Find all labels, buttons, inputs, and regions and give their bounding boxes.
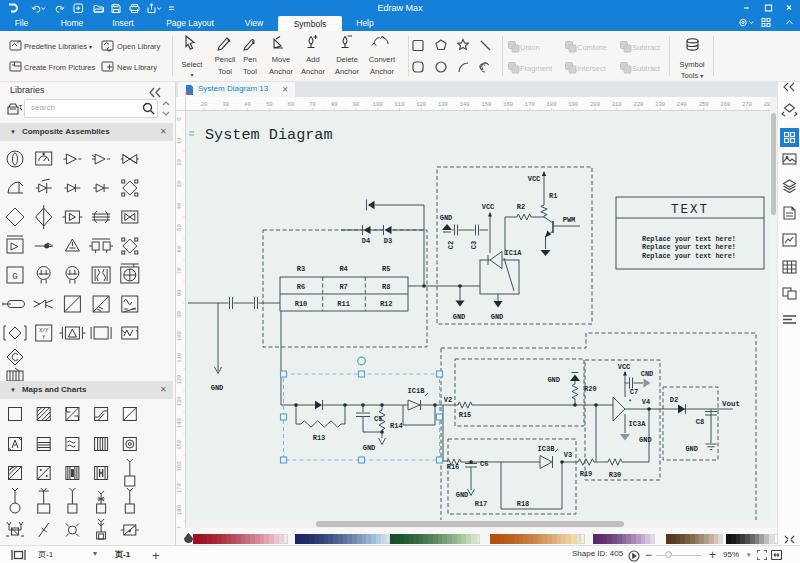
svg-text:150: 150 — [481, 101, 491, 108]
svg-text:90: 90 — [353, 101, 360, 108]
svg-text:R14: R14 — [390, 422, 403, 430]
svg-text:IC3A: IC3A — [629, 420, 647, 428]
svg-text:R20: R20 — [584, 385, 597, 393]
svg-text:220: 220 — [633, 101, 643, 108]
svg-text:40: 40 — [176, 203, 183, 210]
svg-text:Replace your text here!: Replace your text here! — [642, 243, 736, 251]
svg-text:R30: R30 — [609, 471, 622, 479]
svg-text:D2: D2 — [670, 396, 678, 404]
svg-text:C3: C3 — [470, 241, 478, 249]
svg-text:260: 260 — [720, 101, 730, 108]
svg-text:120: 120 — [176, 375, 183, 385]
svg-text:60: 60 — [288, 101, 295, 108]
svg-text:R6: R6 — [297, 283, 305, 291]
svg-text:GND: GND — [685, 445, 698, 453]
svg-text:GND: GND — [547, 376, 560, 384]
svg-text:240: 240 — [677, 101, 687, 108]
svg-text:C7: C7 — [630, 388, 638, 396]
svg-text:D3: D3 — [384, 237, 392, 245]
svg-text:130: 130 — [176, 396, 183, 406]
svg-text:R2: R2 — [517, 203, 525, 211]
svg-text:GND: GND — [363, 444, 376, 452]
svg-text:G: G — [12, 272, 17, 282]
svg-text:R7: R7 — [339, 283, 347, 291]
svg-text:R11: R11 — [337, 300, 350, 308]
svg-text:CND: CND — [641, 370, 654, 378]
svg-text:IC3B: IC3B — [538, 445, 556, 453]
svg-text:D4: D4 — [362, 237, 370, 245]
svg-text:GND: GND — [491, 313, 504, 321]
svg-text:IC1B: IC1B — [408, 387, 426, 395]
svg-text:20: 20 — [201, 101, 208, 108]
svg-text:210: 210 — [612, 101, 622, 108]
svg-text:R15: R15 — [459, 411, 472, 419]
svg-text:R16: R16 — [447, 463, 460, 471]
svg-text:30: 30 — [176, 181, 183, 188]
svg-text:170: 170 — [176, 483, 183, 493]
svg-text:C8: C8 — [696, 418, 704, 426]
svg-text:50: 50 — [176, 224, 183, 231]
svg-text:160: 160 — [176, 462, 183, 472]
svg-text:TEXT: TEXT — [671, 203, 709, 217]
svg-text:250: 250 — [699, 101, 709, 108]
svg-text:230: 230 — [655, 101, 665, 108]
svg-text:R13: R13 — [313, 434, 326, 442]
svg-text:Replace your text here!: Replace your text here! — [642, 252, 736, 260]
svg-text:130: 130 — [438, 101, 448, 108]
svg-text:C2: C2 — [447, 241, 455, 249]
svg-text:C6: C6 — [480, 460, 488, 468]
svg-text:190: 190 — [568, 101, 578, 108]
svg-text:100: 100 — [176, 331, 183, 341]
svg-text:150: 150 — [176, 440, 183, 450]
svg-text:R5: R5 — [382, 265, 390, 273]
svg-text:R17: R17 — [475, 500, 488, 508]
svg-text:R10: R10 — [295, 300, 308, 308]
svg-text:160: 160 — [503, 101, 513, 108]
svg-text:20: 20 — [176, 159, 183, 166]
svg-text:V3: V3 — [564, 451, 572, 459]
svg-text:Y: Y — [42, 335, 45, 341]
svg-text:VCC: VCC — [482, 203, 495, 211]
svg-text:GND: GND — [456, 491, 469, 499]
svg-text:50: 50 — [266, 101, 273, 108]
svg-text:GND: GND — [639, 436, 652, 444]
svg-text:R18: R18 — [517, 500, 530, 508]
svg-text:110: 110 — [395, 101, 405, 108]
svg-text:C5: C5 — [374, 415, 382, 423]
svg-text:140: 140 — [460, 101, 470, 108]
svg-text:R8: R8 — [382, 283, 390, 291]
svg-text:80: 80 — [331, 101, 338, 108]
svg-text:70: 70 — [309, 101, 316, 108]
svg-text:110: 110 — [176, 353, 183, 363]
svg-text:0: 0 — [176, 117, 183, 120]
svg-text:10: 10 — [176, 137, 183, 144]
svg-text:GND: GND — [211, 384, 224, 392]
svg-text:GND: GND — [440, 214, 453, 222]
svg-text:*: * — [628, 398, 632, 406]
svg-text:60: 60 — [176, 246, 183, 253]
svg-text:V4: V4 — [642, 398, 650, 406]
svg-text:170: 170 — [525, 101, 535, 108]
svg-text:270: 270 — [742, 101, 752, 108]
svg-text:R19: R19 — [580, 470, 593, 478]
svg-text:GND: GND — [453, 313, 466, 321]
svg-text:Vout: Vout — [722, 400, 740, 408]
svg-text:Replace your text here!: Replace your text here! — [642, 235, 736, 243]
svg-text:PWM: PWM — [563, 216, 576, 224]
svg-text:V2: V2 — [444, 396, 452, 404]
svg-text:100: 100 — [373, 101, 383, 108]
svg-text:R1: R1 — [549, 192, 557, 200]
svg-text:R3: R3 — [297, 265, 305, 273]
svg-text:180: 180 — [547, 101, 557, 108]
svg-text:30: 30 — [222, 101, 229, 108]
svg-text:R4: R4 — [339, 265, 347, 273]
svg-text:70: 70 — [176, 268, 183, 275]
svg-text:X/Y: X/Y — [39, 328, 48, 334]
svg-text:120: 120 — [416, 101, 426, 108]
svg-text:140: 140 — [176, 418, 183, 428]
svg-text:40: 40 — [244, 101, 251, 108]
svg-text:90: 90 — [176, 311, 183, 318]
svg-text:80: 80 — [176, 289, 183, 296]
svg-text:R12: R12 — [380, 300, 393, 308]
svg-text:VCC: VCC — [618, 363, 631, 371]
